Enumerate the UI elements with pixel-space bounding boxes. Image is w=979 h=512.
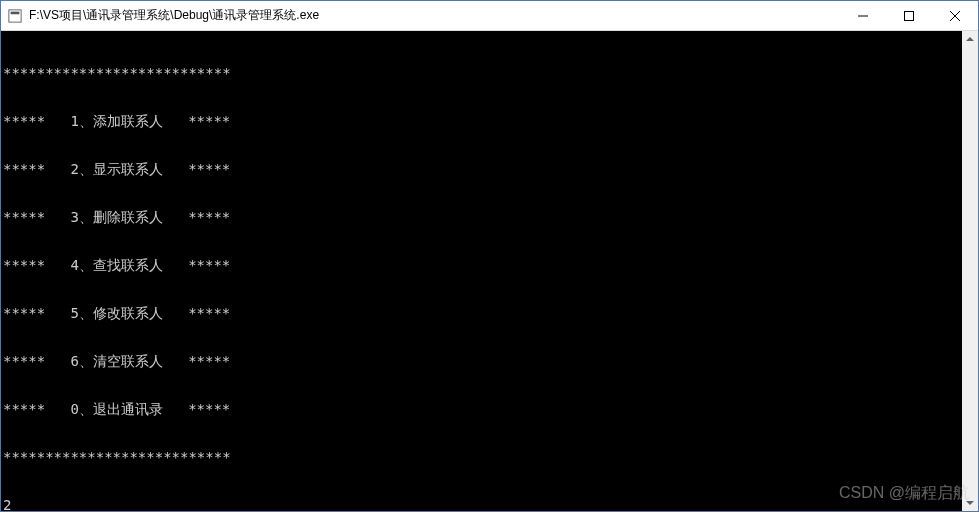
scroll-track[interactable] [962, 47, 978, 495]
svg-marker-7 [966, 501, 974, 505]
console-output[interactable]: *************************** ***** 1、添加联系… [1, 31, 978, 511]
maximize-button[interactable] [886, 1, 932, 30]
svg-rect-3 [905, 11, 914, 20]
menu-border-bottom: *************************** [3, 449, 978, 465]
minimize-button[interactable] [840, 1, 886, 30]
user-input: 2 [3, 497, 978, 511]
close-button[interactable] [932, 1, 978, 30]
svg-rect-1 [11, 11, 20, 14]
vertical-scrollbar[interactable] [962, 31, 978, 511]
window-controls [840, 1, 978, 30]
menu-item: ***** 1、添加联系人 ***** [3, 113, 978, 129]
menu-border-top: *************************** [3, 65, 978, 81]
menu-item: ***** 3、删除联系人 ***** [3, 209, 978, 225]
app-icon [7, 8, 23, 24]
menu-item: ***** 5、修改联系人 ***** [3, 305, 978, 321]
titlebar[interactable]: F:\VS项目\通讯录管理系统\Debug\通讯录管理系统.exe [1, 1, 978, 31]
scroll-down-button[interactable] [962, 495, 978, 511]
scroll-up-button[interactable] [962, 31, 978, 47]
menu-item: ***** 2、显示联系人 ***** [3, 161, 978, 177]
menu-item: ***** 6、清空联系人 ***** [3, 353, 978, 369]
window-title: F:\VS项目\通讯录管理系统\Debug\通讯录管理系统.exe [29, 7, 840, 24]
menu-item: ***** 4、查找联系人 ***** [3, 257, 978, 273]
menu-item: ***** 0、退出通讯录 ***** [3, 401, 978, 417]
svg-marker-6 [966, 37, 974, 41]
console-window: F:\VS项目\通讯录管理系统\Debug\通讯录管理系统.exe ******… [0, 0, 979, 512]
